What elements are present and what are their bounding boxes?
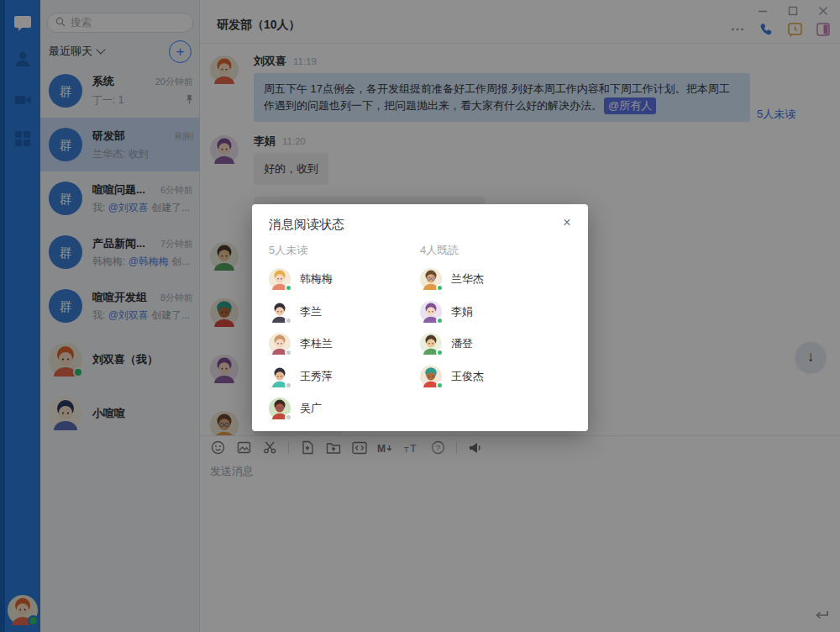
unread-column: 5人未读 韩梅梅 李兰 李桂兰 王秀萍 吴广 [269, 243, 420, 425]
status-dot [285, 413, 292, 421]
member-row-韩梅梅[interactable]: 韩梅梅 [269, 263, 420, 296]
read-count-header: 4人既読 [420, 243, 571, 263]
member-avatar [420, 366, 442, 387]
member-row-李兰[interactable]: 李兰 [269, 296, 420, 329]
status-dot [436, 382, 444, 389]
member-name: 兰华杰 [451, 271, 484, 287]
unread-count-header: 5人未读 [269, 243, 420, 263]
member-name: 王俊杰 [451, 369, 484, 384]
status-dot [436, 349, 444, 356]
member-row-兰华杰[interactable]: 兰华杰 [420, 263, 571, 296]
member-avatar [420, 333, 442, 355]
member-row-潘登[interactable]: 潘登 [420, 328, 571, 361]
member-row-李娟[interactable]: 李娟 [420, 296, 571, 329]
read-status-modal: 消息阅读状态 × 5人未读 韩梅梅 李兰 李桂兰 王秀萍 吴广 4人既読 兰华杰… [252, 204, 588, 431]
app-window: 搜索 最近聊天 + 群 系统 20分钟前 丁一: 1 群 研发部 [0, 0, 840, 632]
status-dot [285, 382, 292, 389]
status-dot [285, 317, 292, 324]
member-name: 韩梅梅 [300, 271, 333, 287]
member-row-吴广[interactable]: 吴广 [269, 392, 420, 425]
member-row-李桂兰[interactable]: 李桂兰 [269, 328, 420, 361]
status-dot [436, 284, 444, 292]
member-name: 李桂兰 [300, 336, 333, 351]
status-dot [436, 317, 444, 324]
member-name: 李娟 [451, 304, 473, 319]
member-name: 王秀萍 [300, 369, 333, 384]
modal-close-button[interactable]: × [558, 213, 576, 232]
status-dot [285, 349, 292, 356]
member-name: 潘登 [451, 336, 473, 351]
read-column: 4人既読 兰华杰 李娟 潘登 王俊杰 [420, 243, 571, 392]
member-row-王俊杰[interactable]: 王俊杰 [420, 361, 571, 393]
member-avatar [269, 301, 291, 323]
member-avatar [269, 333, 291, 355]
member-name: 吴广 [300, 401, 322, 416]
member-avatar [269, 268, 291, 290]
member-name: 李兰 [300, 304, 322, 319]
modal-title: 消息阅读状态 [269, 217, 344, 233]
member-row-王秀萍[interactable]: 王秀萍 [269, 361, 420, 393]
member-avatar [420, 268, 442, 290]
status-dot [285, 284, 292, 292]
member-avatar [269, 398, 291, 419]
member-avatar [420, 301, 442, 323]
member-avatar [269, 366, 291, 387]
